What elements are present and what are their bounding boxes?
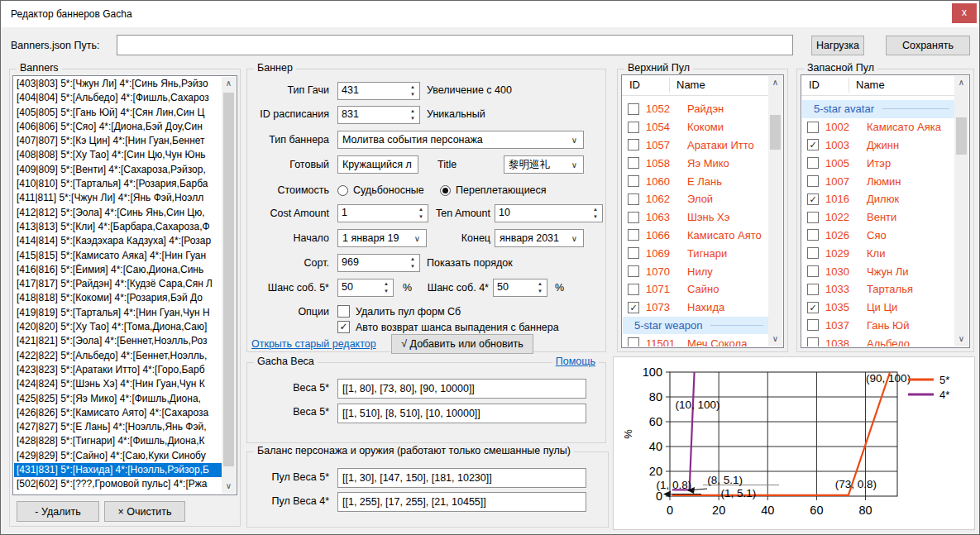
unchecked-checkbox[interactable] bbox=[628, 193, 639, 205]
path-input[interactable] bbox=[117, 35, 793, 55]
banner-list-item[interactable]: [410|810] 5*:[Тарталья] 4*:[Розария,Барб… bbox=[14, 177, 222, 191]
spin-down-icon[interactable] bbox=[533, 288, 547, 296]
spin-up-icon[interactable] bbox=[589, 205, 602, 213]
banner-list-item[interactable]: [405|805] 5*:[Гань Юй] 4*:[Сян Лин,Син Ц bbox=[14, 106, 222, 120]
banner-list-item[interactable]: [415|815] 5*:[Камисато Аяка] 4*:[Нин Гуа… bbox=[14, 249, 222, 263]
banner-list-item[interactable]: [419|819] 5*:[Тарталья] 4*:[Нин Гуан,Чун… bbox=[14, 306, 222, 320]
banner-list-item[interactable]: [427|827] 5*:[Е Лань] 4*:[Ноэлль,Янь Фэй… bbox=[14, 420, 222, 434]
scrollbar-thumb[interactable] bbox=[770, 115, 781, 150]
banner-list-item[interactable]: [417|817] 5*:[Райдэн] 4*:[Кудзё Сара,Сян… bbox=[14, 277, 222, 291]
pool-row[interactable]: 1002Камисато Аяка bbox=[802, 118, 954, 136]
save-button[interactable]: Сохранять bbox=[886, 36, 970, 55]
checked-checkbox[interactable] bbox=[807, 193, 819, 205]
cost-radio-fate[interactable] bbox=[337, 185, 348, 196]
pool-row[interactable]: 1022Венти bbox=[802, 208, 954, 227]
banner-type-dropdown[interactable]: Молитва события персонажа bbox=[337, 131, 584, 149]
pool-row[interactable]: 1069Тигнари bbox=[623, 244, 768, 262]
spin-up-icon[interactable] bbox=[414, 205, 428, 213]
pool-row[interactable]: 1054Кокоми bbox=[623, 118, 768, 136]
column-id[interactable]: ID bbox=[629, 79, 640, 91]
unchecked-checkbox[interactable] bbox=[807, 212, 819, 223]
unchecked-checkbox[interactable] bbox=[807, 175, 819, 187]
spin-down-icon[interactable] bbox=[406, 263, 419, 271]
cost-radio-intertwined[interactable] bbox=[440, 185, 451, 196]
close-button[interactable]: x bbox=[952, 3, 977, 23]
unchecked-checkbox[interactable] bbox=[807, 247, 819, 259]
unchecked-checkbox[interactable] bbox=[807, 157, 819, 169]
reserve-pool-scrollbar[interactable] bbox=[954, 76, 968, 346]
end-date-dropdown[interactable]: января 2031 bbox=[495, 229, 584, 247]
cost-amount-spinner[interactable]: 1 bbox=[337, 204, 428, 222]
spin-up-icon[interactable] bbox=[406, 255, 419, 263]
column-name[interactable]: Name bbox=[856, 79, 885, 91]
pool-row[interactable]: 1005Итэр bbox=[802, 154, 954, 172]
pool-row[interactable]: 1037Гань Юй bbox=[802, 317, 954, 335]
scroll-down-icon[interactable] bbox=[222, 480, 236, 494]
spin-down-icon[interactable] bbox=[414, 213, 428, 222]
spin-up-icon[interactable] bbox=[406, 83, 419, 91]
pool-row[interactable]: 1030Чжун Ли bbox=[802, 262, 954, 280]
clear-banners-button[interactable]: × Очистить bbox=[104, 501, 185, 522]
column-id[interactable]: ID bbox=[809, 79, 820, 91]
upper-pool-header[interactable]: ID Name bbox=[622, 75, 768, 96]
banner-list-item[interactable]: [425|825] 5*:[Яэ Мико] 4*:[Фишль,Диона, bbox=[14, 392, 222, 406]
schedule-id-spinner[interactable]: 831 bbox=[337, 106, 420, 124]
unchecked-checkbox[interactable] bbox=[807, 319, 819, 331]
pool-row[interactable]: 1071Сайно bbox=[623, 280, 768, 299]
spin-up-icon[interactable] bbox=[533, 279, 547, 288]
banner-list-item[interactable]: [424|824] 5*:[Шэнь Хэ] 4*:[Нин Гуан,Чун … bbox=[14, 377, 222, 391]
pool-row[interactable]: 1033Тарталья bbox=[802, 280, 954, 299]
pool-row[interactable]: 1057Аратаки Итто bbox=[623, 136, 768, 155]
unchecked-checkbox[interactable] bbox=[628, 157, 639, 169]
load-button[interactable]: Нагрузка bbox=[811, 36, 864, 55]
pool-row[interactable]: 1035Ци Ци bbox=[802, 299, 954, 317]
banner-list-item[interactable]: [416|816] 5*:[Ёимия] 4*:[Саю,Диона,Синь bbox=[14, 263, 222, 277]
spin-down-icon[interactable] bbox=[380, 288, 393, 296]
chance5-spinner[interactable]: 50 bbox=[337, 279, 394, 297]
gacha-type-spinner[interactable]: 431 bbox=[337, 82, 420, 100]
begin-date-dropdown[interactable]: 1 января 19 bbox=[337, 229, 427, 247]
banner-list-item[interactable]: [414|814] 5*:[Каэдэхара Кадзуха] 4*:[Роз… bbox=[14, 234, 222, 248]
scroll-up-icon[interactable] bbox=[222, 77, 236, 91]
scroll-up-icon[interactable] bbox=[768, 76, 782, 90]
open-old-editor-link[interactable]: Открыть старый редактор bbox=[251, 338, 376, 350]
scrollbar-thumb[interactable] bbox=[956, 117, 967, 155]
pool-row[interactable]: 1062Элой bbox=[623, 190, 768, 208]
pool-weights4-input[interactable] bbox=[337, 492, 586, 512]
banner-list-item[interactable]: [406|806] 5*:[Сяо] 4*:[Диона,Бэй Доу,Син bbox=[14, 120, 222, 134]
pool-row[interactable]: 1058Яэ Мико bbox=[623, 154, 768, 172]
unchecked-checkbox[interactable] bbox=[628, 212, 639, 223]
unchecked-checkbox[interactable] bbox=[807, 122, 819, 133]
sort-spinner[interactable]: 969 bbox=[337, 254, 420, 272]
spin-down-icon[interactable] bbox=[589, 213, 602, 222]
pool-row[interactable]: 1073Нахида bbox=[623, 299, 768, 317]
unchecked-checkbox[interactable] bbox=[807, 337, 819, 346]
unchecked-checkbox[interactable] bbox=[628, 139, 639, 150]
pool-row[interactable]: 1007Люмин bbox=[802, 172, 954, 190]
scroll-down-icon[interactable] bbox=[768, 332, 782, 346]
remove-pool-checkbox[interactable] bbox=[337, 305, 350, 318]
spin-up-icon[interactable] bbox=[380, 279, 393, 288]
banner-list-item[interactable]: [420|820] 5*:[Ху Тао] 4*:[Тома,Диона,Саю… bbox=[14, 320, 222, 334]
banners-scrollbar[interactable] bbox=[222, 77, 236, 494]
unchecked-checkbox[interactable] bbox=[628, 247, 639, 259]
spin-down-icon[interactable] bbox=[406, 115, 419, 123]
reserve-pool-header[interactable]: ID Name bbox=[801, 75, 954, 96]
help-link[interactable]: Помощь bbox=[552, 356, 599, 367]
unchecked-checkbox[interactable] bbox=[628, 103, 639, 115]
banner-list-item[interactable]: [413|813] 5*:[Кли] 4*:[Барбара,Сахароза,… bbox=[14, 220, 222, 234]
unchecked-checkbox[interactable] bbox=[628, 337, 639, 346]
pool-row[interactable]: 1052Райдэн bbox=[623, 100, 768, 118]
checked-checkbox[interactable] bbox=[807, 302, 819, 313]
scroll-up-icon[interactable] bbox=[954, 76, 968, 90]
pool-row[interactable]: 1016Дилюк bbox=[802, 190, 954, 208]
unchecked-checkbox[interactable] bbox=[628, 265, 639, 277]
weights5-input[interactable] bbox=[337, 379, 586, 399]
auto-return-checkbox[interactable] bbox=[337, 321, 350, 333]
banner-list-item[interactable]: [502|602] 5*:[???,Громовой пульс] 4*:[Рж… bbox=[14, 477, 222, 491]
ten-amount-spinner[interactable]: 10 bbox=[495, 204, 603, 222]
banner-list-item[interactable]: [408|808] 5*:[Ху Тао] 4*:[Син Цю,Чун Юнь bbox=[14, 148, 222, 162]
banner-list-item[interactable]: [422|822] 5*:[Альбедо] 4*:[Беннет,Ноэлль… bbox=[14, 349, 222, 363]
scrollbar-thumb[interactable] bbox=[223, 93, 234, 466]
scroll-down-icon[interactable] bbox=[954, 332, 968, 346]
